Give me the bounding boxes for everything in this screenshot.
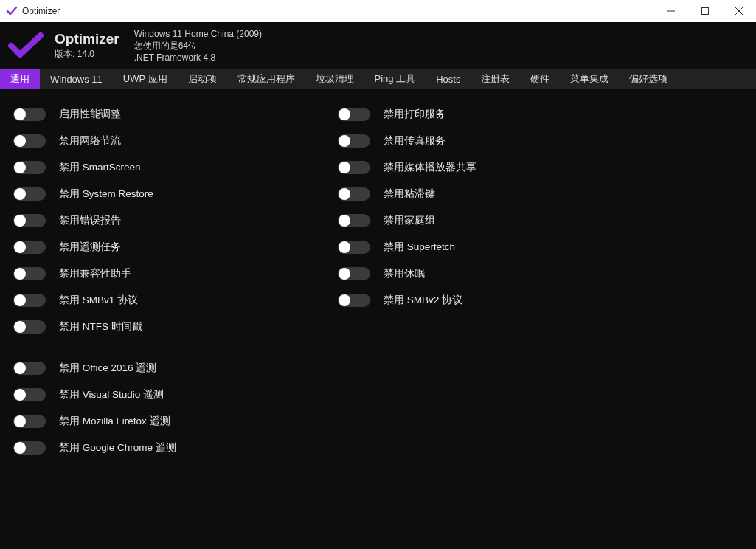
toggle-ntfs-timestamp[interactable] bbox=[13, 320, 46, 334]
toggle-homegroup[interactable] bbox=[338, 214, 370, 227]
toggle-label: 禁用 Visual Studio 遥测 bbox=[59, 388, 164, 401]
tab-menu-integration[interactable]: 菜单集成 bbox=[560, 69, 619, 89]
window-controls bbox=[654, 0, 756, 22]
toggle-row-smbv1: 禁用 SMBv1 协议 bbox=[13, 287, 338, 314]
app-name: Optimizer bbox=[55, 31, 119, 47]
tab-startup[interactable]: 启动项 bbox=[178, 69, 227, 89]
app-body: Optimizer 版本: 14.0 Windows 11 Home China… bbox=[0, 22, 756, 549]
toggle-print-service[interactable] bbox=[338, 108, 370, 121]
maximize-button[interactable] bbox=[688, 0, 722, 22]
toggle-row-fax-service: 禁用传真服务 bbox=[338, 128, 662, 154]
arch-line: 您使用的是64位 bbox=[134, 40, 262, 52]
toggle-vs-telemetry[interactable] bbox=[13, 388, 46, 401]
tab-hosts[interactable]: Hosts bbox=[426, 69, 471, 89]
toggle-compat-assistant[interactable] bbox=[13, 267, 46, 280]
toggle-label: 禁用传真服务 bbox=[384, 134, 445, 148]
toggle-row-hibernation: 禁用休眠 bbox=[338, 260, 662, 287]
toggle-label: 禁用遥测任务 bbox=[59, 241, 121, 254]
toggle-sticky-keys[interactable] bbox=[338, 187, 370, 201]
toggle-office-telemetry[interactable] bbox=[13, 362, 46, 375]
toggle-label: 禁用 Superfetch bbox=[384, 241, 455, 254]
toggle-row-homegroup: 禁用家庭组 bbox=[338, 207, 662, 234]
toggle-row-smbv2: 禁用 SMBv2 协议 bbox=[338, 287, 662, 314]
toggle-label: 禁用 Mozilla Firefox 遥测 bbox=[59, 415, 170, 428]
tab-common-apps[interactable]: 常规应用程序 bbox=[227, 69, 305, 89]
toggle-row-sticky-keys: 禁用粘滞键 bbox=[338, 181, 662, 207]
checkmark-icon bbox=[7, 32, 44, 59]
toggle-smbv1[interactable] bbox=[13, 294, 46, 307]
toggle-label: 禁用 SMBv1 协议 bbox=[59, 294, 138, 307]
toggle-label: 禁用 System Restore bbox=[59, 187, 153, 201]
svg-rect-1 bbox=[702, 8, 709, 15]
toggle-label: 禁用媒体播放器共享 bbox=[384, 161, 476, 174]
toggle-row-system-restore: 禁用 System Restore bbox=[13, 181, 338, 207]
toggle-chrome-telemetry[interactable] bbox=[13, 441, 46, 455]
toggle-network-throttling[interactable] bbox=[13, 134, 46, 148]
tab-windows11[interactable]: Windows 11 bbox=[40, 69, 113, 89]
content-area: 启用性能调整 禁用网络节流 禁用 SmartScreen 禁用 System R… bbox=[0, 89, 756, 549]
toggle-label: 禁用 NTFS 时间戳 bbox=[59, 320, 142, 334]
tab-preferences[interactable]: 偏好选项 bbox=[619, 69, 678, 89]
toggle-row-vs-telemetry: 禁用 Visual Studio 遥测 bbox=[13, 381, 338, 408]
minimize-button[interactable] bbox=[654, 0, 688, 22]
toggle-label: 禁用 SmartScreen bbox=[59, 161, 141, 174]
toggle-label: 禁用错误报告 bbox=[59, 214, 121, 227]
tab-uwp-apps[interactable]: UWP 应用 bbox=[113, 69, 178, 89]
system-info: Windows 11 Home China (2009) 您使用的是64位 .N… bbox=[134, 28, 262, 64]
toggle-row-media-sharing: 禁用媒体播放器共享 bbox=[338, 154, 662, 181]
toggle-row-telemetry-tasks: 禁用遥测任务 bbox=[13, 234, 338, 260]
app-version: 版本: 14.0 bbox=[55, 48, 119, 61]
toggle-row-superfetch: 禁用 Superfetch bbox=[338, 234, 662, 260]
toggle-label: 禁用兼容性助手 bbox=[59, 267, 131, 280]
toggle-label: 禁用 Office 2016 遥测 bbox=[59, 362, 156, 375]
toggle-label: 启用性能调整 bbox=[59, 108, 121, 121]
toggle-media-sharing[interactable] bbox=[338, 161, 370, 174]
tab-cleanup[interactable]: 垃圾清理 bbox=[305, 69, 364, 89]
tab-general[interactable]: 通用 bbox=[0, 69, 40, 89]
toggle-smbv2[interactable] bbox=[338, 294, 370, 307]
close-button[interactable] bbox=[722, 0, 756, 22]
toggle-fax-service[interactable] bbox=[338, 134, 370, 148]
toggle-row-error-reporting: 禁用错误报告 bbox=[13, 207, 338, 234]
toggle-label: 禁用打印服务 bbox=[384, 108, 445, 121]
tab-hardware[interactable]: 硬件 bbox=[520, 69, 560, 89]
toggle-row-network-throttling: 禁用网络节流 bbox=[13, 128, 338, 154]
toggle-label: 禁用粘滞键 bbox=[384, 187, 435, 201]
toggle-performance-tweaks[interactable] bbox=[13, 108, 46, 121]
toggle-label: 禁用网络节流 bbox=[59, 134, 121, 148]
window-titlebar: Optimizer bbox=[0, 0, 756, 22]
toggle-telemetry-tasks[interactable] bbox=[13, 241, 46, 254]
app-icon bbox=[6, 5, 18, 17]
toggle-label: 禁用休眠 bbox=[384, 267, 425, 280]
tab-ping-tools[interactable]: Ping 工具 bbox=[364, 69, 426, 89]
toggle-error-reporting[interactable] bbox=[13, 214, 46, 227]
window-title: Optimizer bbox=[22, 6, 654, 16]
group-gap bbox=[13, 340, 338, 355]
toggle-column-right: 禁用打印服务 禁用传真服务 禁用媒体播放器共享 禁用粘滞键 禁用家庭组 禁用 S… bbox=[338, 101, 662, 537]
toggle-label: 禁用家庭组 bbox=[384, 214, 435, 227]
toggle-row-office-telemetry: 禁用 Office 2016 遥测 bbox=[13, 355, 338, 381]
tab-registry[interactable]: 注册表 bbox=[471, 69, 520, 89]
toggle-row-ntfs-timestamp: 禁用 NTFS 时间戳 bbox=[13, 314, 338, 340]
toggle-row-compat-assistant: 禁用兼容性助手 bbox=[13, 260, 338, 287]
toggle-label: 禁用 SMBv2 协议 bbox=[384, 294, 462, 307]
toggle-column-left: 启用性能调整 禁用网络节流 禁用 SmartScreen 禁用 System R… bbox=[13, 101, 338, 537]
toggle-hibernation[interactable] bbox=[338, 267, 370, 280]
toggle-smartscreen[interactable] bbox=[13, 161, 46, 174]
toggle-superfetch[interactable] bbox=[338, 241, 370, 254]
toggle-row-print-service: 禁用打印服务 bbox=[338, 101, 662, 128]
toggle-firefox-telemetry[interactable] bbox=[13, 415, 46, 428]
toggle-label: 禁用 Google Chrome 遥测 bbox=[59, 441, 176, 455]
os-line: Windows 11 Home China (2009) bbox=[134, 28, 262, 40]
toggle-system-restore[interactable] bbox=[13, 187, 46, 201]
toggle-row-chrome-telemetry: 禁用 Google Chrome 遥测 bbox=[13, 435, 338, 461]
header-title-block: Optimizer 版本: 14.0 bbox=[55, 31, 119, 61]
toggle-row-smartscreen: 禁用 SmartScreen bbox=[13, 154, 338, 181]
dotnet-line: .NET Framework 4.8 bbox=[134, 52, 262, 63]
toggle-row-firefox-telemetry: 禁用 Mozilla Firefox 遥测 bbox=[13, 408, 338, 435]
tab-bar: 通用 Windows 11 UWP 应用 启动项 常规应用程序 垃圾清理 Pin… bbox=[0, 69, 756, 89]
toggle-row-performance-tweaks: 启用性能调整 bbox=[13, 101, 338, 128]
app-header: Optimizer 版本: 14.0 Windows 11 Home China… bbox=[0, 22, 756, 69]
